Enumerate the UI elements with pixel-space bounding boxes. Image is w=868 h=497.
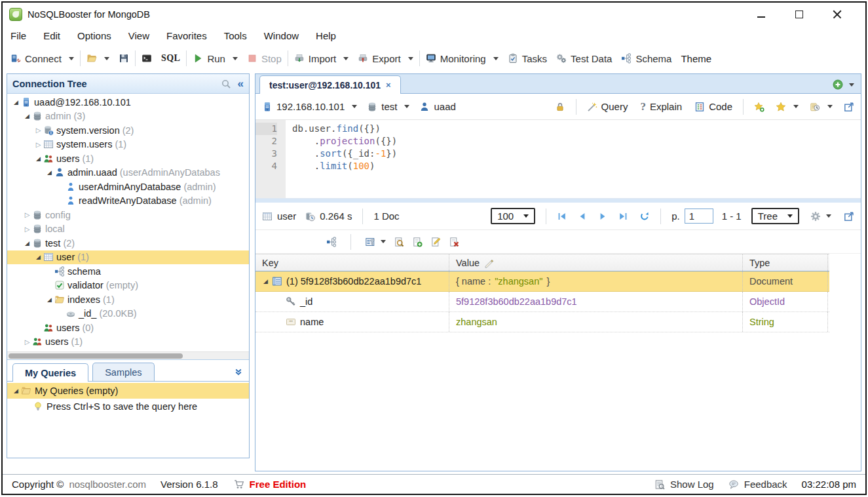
tree-horizontal-scrollbar[interactable] [7, 351, 249, 359]
expand-arrow-icon[interactable]: ◢ [33, 254, 43, 260]
prev-page-button[interactable] [577, 211, 588, 222]
new-tab-button[interactable] [833, 79, 843, 90]
tree-item-validator[interactable]: validator(empty) [7, 279, 249, 293]
tree-item-local[interactable]: ▷local [7, 222, 249, 237]
view-options-button[interactable] [365, 237, 386, 247]
refresh-button[interactable] [639, 211, 650, 222]
column-header-key[interactable]: Key [255, 254, 449, 271]
view-document-button[interactable] [394, 237, 404, 247]
database-selector[interactable]: test [367, 101, 409, 112]
expand-arrow-icon[interactable]: ◢ [22, 240, 32, 247]
table-row[interactable]: ""namezhangsanString [255, 312, 829, 332]
tab-samples[interactable]: Samples [92, 363, 154, 381]
open-new-window-button[interactable] [844, 102, 854, 112]
tree-item-users[interactable]: ▷users(1) [7, 335, 249, 349]
next-page-button[interactable] [597, 211, 608, 222]
first-page-button[interactable] [557, 211, 567, 222]
collapse-arrow-icon[interactable]: ▷ [22, 338, 32, 346]
minimize-button[interactable] [751, 7, 771, 22]
sql-button[interactable]: SQL [161, 53, 181, 64]
maximize-button[interactable] [789, 7, 809, 22]
query-list-item[interactable]: ◢My Queries (empty) [7, 383, 249, 399]
favorites-button[interactable] [776, 102, 799, 112]
connect-button[interactable]: Connect [10, 53, 74, 64]
expand-arrow-icon[interactable]: ◢ [22, 113, 32, 119]
tree-item-schema[interactable]: schema [7, 264, 249, 279]
query-list-item[interactable]: Press Ctrl+S to save the query here [7, 399, 249, 414]
tree-item-system.version[interactable]: ▷system.version(2) [7, 123, 249, 138]
table-row[interactable]: ◢(1) 5f9128f3b60db22aa1b9d7c1{ name : "z… [255, 271, 829, 292]
view-mode-select[interactable]: Tree [751, 208, 799, 224]
tab-my-queries[interactable]: My Queries [12, 363, 88, 382]
test-data-button[interactable]: Test Data [556, 53, 612, 64]
search-icon[interactable] [221, 79, 231, 89]
stop-button[interactable]: Stop [247, 53, 282, 64]
menu-favorites[interactable]: Favorites [166, 30, 207, 41]
last-page-button[interactable] [618, 211, 628, 222]
menu-window[interactable]: Window [264, 30, 299, 41]
user-indicator[interactable]: uaad [419, 101, 455, 112]
tree-item-readWriteAnyDatabase[interactable]: readWriteAnyDatabase(admin) [7, 194, 249, 209]
analyze-schema-button[interactable] [326, 237, 337, 247]
expand-arrow-icon[interactable]: ◢ [261, 278, 271, 285]
tree-item-users[interactable]: users(0) [7, 321, 249, 335]
column-header-type[interactable]: Type [743, 254, 828, 271]
collapse-arrow-icon[interactable]: ▷ [33, 127, 43, 134]
tree-item-users[interactable]: ◢users(1) [7, 151, 249, 166]
collapse-arrow-icon[interactable]: ▷ [33, 141, 43, 148]
save-button[interactable] [119, 53, 129, 64]
collapse-sidebar-icon[interactable]: « [238, 78, 244, 89]
schema-button[interactable]: Schema [621, 53, 671, 64]
show-log-icon[interactable] [654, 479, 665, 490]
server-selector[interactable]: 192.168.10.101 [262, 101, 357, 112]
tasks-button[interactable]: Tasks [508, 53, 547, 64]
tree-item-_id_[interactable]: _id_(20.0KB) [7, 307, 249, 321]
edition-label[interactable]: Free Edition [250, 479, 307, 490]
tree-item-admin[interactable]: ◢admin(3) [7, 109, 249, 124]
menu-tools[interactable]: Tools [224, 30, 247, 41]
expand-arrow-icon[interactable]: ◢ [11, 388, 21, 394]
expand-arrow-icon[interactable]: ◢ [45, 296, 54, 303]
import-button[interactable]: Import [294, 53, 349, 64]
menu-options[interactable]: Options [77, 30, 111, 41]
feedback-button[interactable]: Feedback [744, 479, 787, 490]
expand-arrow-icon[interactable]: ◢ [11, 99, 21, 106]
collapse-arrow-icon[interactable]: ▷ [22, 211, 32, 218]
table-row[interactable]: _id5f9128f3b60db22aa1b9d7c1ObjectId [255, 292, 829, 312]
tree-item-uaad@192.168.10.101[interactable]: ◢uaad@192.168.10.101 [7, 95, 249, 109]
page-size-select[interactable]: 100 [491, 208, 535, 224]
run-button[interactable]: Run [193, 53, 238, 64]
menu-file[interactable]: File [10, 30, 26, 41]
tree-item-userAdminAnyDatabase[interactable]: userAdminAnyDatabase(admin) [7, 180, 249, 194]
tab-list-caret-icon[interactable] [849, 83, 854, 87]
page-input[interactable]: 1 [685, 209, 713, 224]
results-settings-button[interactable] [810, 211, 831, 222]
tree-item-admin.uaad[interactable]: ◢admin.uaad(userAdminAnyDatabas [7, 166, 249, 180]
monitoring-button[interactable]: Monitoring [426, 53, 499, 64]
tab-close-icon[interactable]: × [386, 80, 391, 90]
code-button[interactable]: Code [694, 101, 732, 112]
add-document-button[interactable] [412, 237, 423, 247]
scrollbar-thumb[interactable] [9, 353, 183, 359]
history-button[interactable] [810, 102, 833, 112]
edit-document-button[interactable] [430, 237, 441, 247]
menu-help[interactable]: Help [316, 30, 336, 41]
show-log-button[interactable]: Show Log [670, 479, 714, 490]
code-editor[interactable]: 1234 db.user.find({}) .projection({}) .s… [255, 120, 861, 199]
column-header-value[interactable]: Value [449, 254, 743, 271]
delete-document-button[interactable] [449, 237, 459, 247]
query-wizard-button[interactable]: Query [587, 101, 628, 112]
tree-item-user[interactable]: ◢user(1) [7, 250, 249, 265]
menu-view[interactable]: View [128, 30, 149, 41]
tree-item-test[interactable]: ◢test(2) [7, 236, 249, 250]
cart-icon[interactable] [234, 479, 244, 490]
collapse-panel-icon[interactable] [233, 367, 244, 377]
close-button[interactable] [827, 7, 847, 22]
add-favorite-button[interactable] [754, 102, 764, 112]
code-area[interactable]: db.user.find({}) .projection({}) .sort({… [286, 120, 861, 198]
editor-tab[interactable]: test:user@192.168.10.101 × [259, 75, 401, 94]
open-file-button[interactable] [86, 53, 109, 64]
menu-edit[interactable]: Edit [43, 30, 60, 41]
tree-item-system.users[interactable]: ▷system.users(1) [7, 138, 249, 152]
collapse-arrow-icon[interactable]: ▷ [22, 226, 32, 233]
